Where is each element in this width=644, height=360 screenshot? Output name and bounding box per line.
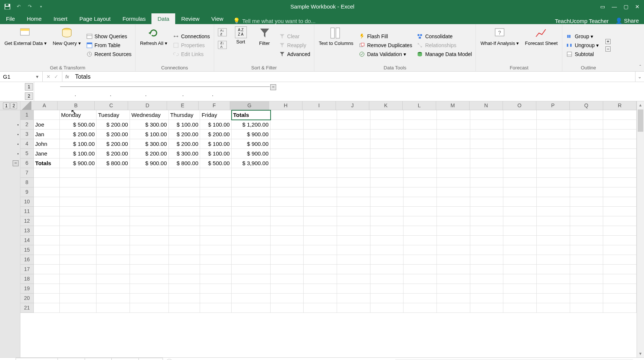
cell[interactable] xyxy=(537,110,570,120)
cell[interactable] xyxy=(337,284,370,294)
cell[interactable] xyxy=(337,149,370,158)
cell[interactable] xyxy=(570,187,604,197)
cell[interactable] xyxy=(34,245,60,255)
sheet-tab[interactable]: Week2 xyxy=(85,358,112,360)
cell[interactable] xyxy=(370,207,404,216)
refresh-all-button[interactable]: Refresh All ▾ xyxy=(138,26,169,65)
show-queries-button[interactable]: Show Queries xyxy=(85,33,133,40)
user-name[interactable]: TeachUcomp Teacher xyxy=(555,18,609,24)
cell[interactable] xyxy=(537,255,570,265)
cell[interactable] xyxy=(403,274,437,284)
row-header[interactable]: 19 xyxy=(20,284,34,294)
cell[interactable] xyxy=(503,255,537,265)
cell[interactable] xyxy=(304,178,337,187)
cell[interactable] xyxy=(304,226,337,236)
manage-data-model-button[interactable]: Manage Data Model xyxy=(416,50,473,58)
tell-me-search[interactable]: 💡 xyxy=(233,17,339,24)
cell[interactable] xyxy=(503,265,537,274)
cell[interactable] xyxy=(470,197,504,207)
cell[interactable] xyxy=(34,216,60,226)
cell[interactable]: $ 3,900.00 xyxy=(232,158,271,168)
cell[interactable] xyxy=(271,255,304,265)
cell[interactable]: $ 200.00 xyxy=(97,139,130,149)
cell[interactable] xyxy=(304,197,337,207)
cell[interactable] xyxy=(470,236,504,245)
cell[interactable]: $ 900.00 xyxy=(232,139,271,149)
cell[interactable] xyxy=(97,284,130,294)
cell[interactable] xyxy=(200,284,232,294)
cell[interactable] xyxy=(570,245,604,255)
cell[interactable] xyxy=(503,284,537,294)
row-header[interactable]: 6 xyxy=(20,158,34,168)
cell[interactable] xyxy=(60,226,97,236)
row-header[interactable]: 14 xyxy=(20,236,34,245)
cell[interactable] xyxy=(403,236,437,245)
cell[interactable] xyxy=(437,178,470,187)
cell[interactable] xyxy=(34,207,60,216)
cell[interactable]: $ 300.00 xyxy=(130,120,169,130)
column-header[interactable]: H xyxy=(269,101,303,110)
cell[interactable] xyxy=(337,216,370,226)
cell[interactable] xyxy=(537,265,570,274)
cell[interactable] xyxy=(403,216,437,226)
cell[interactable] xyxy=(304,303,337,313)
tell-me-input[interactable] xyxy=(242,18,339,24)
from-table-button[interactable]: From Table xyxy=(85,42,133,49)
add-sheet-button[interactable]: + xyxy=(166,359,173,360)
cell[interactable] xyxy=(337,245,370,255)
cell[interactable]: $ 500.00 xyxy=(60,120,97,130)
what-if-analysis-button[interactable]: ? What-If Analysis ▾ xyxy=(479,26,520,65)
cell[interactable] xyxy=(437,265,470,274)
cell[interactable] xyxy=(130,236,169,245)
cell[interactable] xyxy=(34,255,60,265)
cell[interactable] xyxy=(337,139,370,149)
cell[interactable] xyxy=(130,226,169,236)
cell[interactable] xyxy=(370,216,404,226)
cell[interactable] xyxy=(437,226,470,236)
cell[interactable] xyxy=(603,207,637,216)
cell[interactable] xyxy=(537,139,570,149)
cell[interactable] xyxy=(271,245,304,255)
tab-data[interactable]: Data xyxy=(151,13,175,24)
cell[interactable] xyxy=(60,168,97,178)
cell[interactable] xyxy=(304,236,337,245)
file-tab[interactable]: File xyxy=(0,13,21,24)
cell[interactable] xyxy=(370,130,404,139)
cell[interactable] xyxy=(200,303,232,313)
cell[interactable] xyxy=(169,245,200,255)
cell[interactable] xyxy=(570,197,604,207)
cell[interactable] xyxy=(271,178,304,187)
column-header[interactable]: B xyxy=(58,101,95,110)
cell[interactable] xyxy=(304,110,337,120)
cell[interactable] xyxy=(200,274,232,284)
cell[interactable] xyxy=(470,120,504,130)
tab-home[interactable]: Home xyxy=(21,13,48,24)
cell[interactable] xyxy=(437,294,470,303)
cell[interactable] xyxy=(570,284,604,294)
cell[interactable] xyxy=(169,274,200,284)
cell[interactable] xyxy=(537,284,570,294)
show-detail-button[interactable]: + xyxy=(605,39,611,45)
cell[interactable] xyxy=(304,255,337,265)
accept-formula-icon[interactable]: ✓ xyxy=(54,74,58,79)
cell[interactable] xyxy=(537,168,570,178)
cell[interactable] xyxy=(97,245,130,255)
cell[interactable] xyxy=(603,130,637,139)
cell[interactable] xyxy=(437,255,470,265)
cell[interactable] xyxy=(271,110,304,120)
cell[interactable] xyxy=(570,149,604,158)
cell[interactable] xyxy=(304,168,337,178)
name-box[interactable]: ▾ xyxy=(0,72,43,82)
cell[interactable] xyxy=(337,130,370,139)
ungroup-button[interactable]: Ungroup ▾ xyxy=(565,42,599,49)
cell[interactable] xyxy=(200,197,232,207)
cell[interactable] xyxy=(304,158,337,168)
cell[interactable] xyxy=(370,168,404,178)
sort-za-button[interactable]: Z↓A xyxy=(217,40,228,49)
column-header[interactable]: G xyxy=(230,101,269,110)
row-header[interactable]: 11 xyxy=(20,207,34,216)
cell[interactable] xyxy=(34,187,60,197)
column-header[interactable]: K xyxy=(369,101,403,110)
cell[interactable]: Friday xyxy=(200,110,232,120)
cell[interactable] xyxy=(60,207,97,216)
